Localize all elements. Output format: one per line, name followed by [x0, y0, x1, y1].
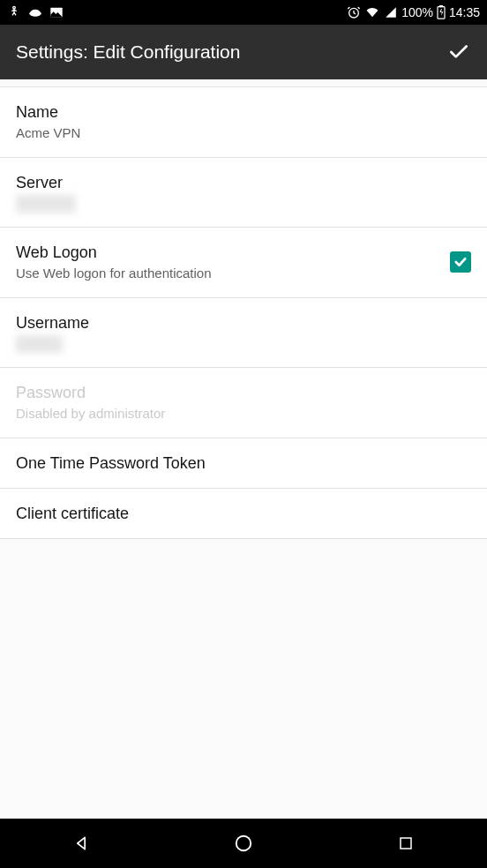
check-icon [447, 41, 470, 64]
server-label: Server [16, 172, 471, 193]
svg-point-0 [13, 6, 16, 9]
battery-percent: 100% [401, 5, 433, 19]
password-sub: Disabled by administrator [16, 405, 471, 423]
username-value: xxxxxxx [16, 335, 63, 353]
client-cert-label: Client certificate [16, 503, 471, 524]
nav-bar [0, 819, 487, 868]
cell-signal-icon [384, 6, 398, 19]
battery-charging-icon [437, 5, 446, 19]
confirm-button[interactable] [446, 40, 471, 64]
username-label: Username [16, 312, 471, 333]
name-label: Name [16, 101, 471, 123]
svg-point-2 [31, 10, 41, 16]
app-bar: Settings: Edit Configuration [0, 25, 487, 79]
circle-home-icon [234, 834, 253, 853]
nav-recent-button[interactable] [393, 831, 418, 856]
name-field[interactable]: Name Acme VPN [0, 86, 487, 158]
wifi-icon [364, 6, 380, 19]
svg-rect-6 [439, 5, 442, 7]
checkbox-check-icon [453, 254, 468, 270]
web-logon-checkbox[interactable] [450, 251, 471, 273]
nav-back-button[interactable] [69, 831, 94, 856]
page-title: Settings: Edit Configuration [16, 41, 240, 63]
cloud-icon [28, 7, 42, 18]
password-field: Password Disabled by administrator [0, 368, 487, 438]
otp-field[interactable]: One Time Password Token [0, 438, 487, 489]
client-cert-field[interactable]: Client certificate [0, 489, 487, 539]
settings-list: Name Acme VPN Server xxxxxxxxx Web Logon… [0, 86, 487, 539]
name-value: Acme VPN [16, 124, 471, 142]
server-field[interactable]: Server xxxxxxxxx [0, 158, 487, 228]
triangle-back-icon [72, 834, 90, 852]
otp-label: One Time Password Token [16, 453, 471, 474]
nav-home-button[interactable] [231, 831, 256, 856]
password-label: Password [16, 382, 471, 403]
web-logon-field[interactable]: Web Logon Use Web logon for authenticati… [0, 228, 487, 298]
status-left-icons [7, 5, 64, 19]
server-value: xxxxxxxxx [16, 195, 76, 213]
status-right: 100% 14:35 [347, 5, 480, 19]
web-logon-sub: Use Web logon for authentication [16, 265, 439, 282]
activity-icon [7, 5, 21, 19]
svg-rect-5 [438, 7, 445, 19]
web-logon-label: Web Logon [16, 242, 439, 263]
svg-point-7 [236, 836, 251, 851]
status-bar: 100% 14:35 [0, 0, 487, 25]
svg-rect-8 [401, 838, 411, 849]
square-recent-icon [398, 835, 414, 851]
username-field[interactable]: Username xxxxxxx [0, 298, 487, 369]
alarm-icon [347, 5, 361, 19]
image-icon [49, 6, 64, 19]
clock-time: 14:35 [449, 5, 480, 19]
